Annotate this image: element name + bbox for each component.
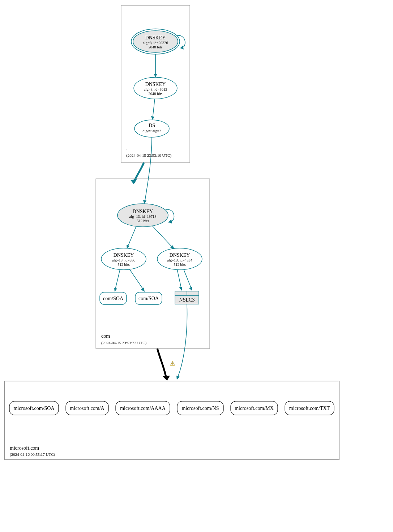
edge-ds-to-com-ksk: [145, 137, 152, 203]
node-root-ksk: DNSKEY alg=8, id=20326 2048 bits: [131, 29, 180, 54]
node-com-ksk-line2: alg=13, id=19718: [129, 215, 157, 219]
node-ms-mx-title: microsoft.com/MX: [235, 406, 274, 411]
node-com-ksk: DNSKEY alg=13, id=19718 512 bits: [118, 204, 168, 227]
zone-microsoft-timestamp: (2024-04-16 00:55:17 UTC): [10, 452, 55, 457]
node-com-ksk-title: DNSKEY: [133, 209, 153, 214]
node-com-soa1-title: com/SOA: [103, 296, 124, 301]
zone-root-timestamp: (2024-04-15 23:53:10 UTC): [126, 153, 172, 158]
edge-root-to-com-zone: [134, 163, 144, 182]
node-root-ksk-title: DNSKEY: [145, 35, 166, 40]
svg-marker-6: [151, 116, 154, 120]
node-root-zsk: DNSKEY alg=8, id=5613 2048 bits: [134, 77, 177, 99]
zone-microsoft-box: [5, 381, 339, 460]
node-com-nsec3-title: NSEC3: [179, 297, 195, 303]
node-ms-mx: microsoft.com/MX: [231, 401, 278, 415]
node-ms-aaaa: microsoft.com/AAAA: [116, 401, 170, 415]
zone-root-label: .: [126, 146, 128, 151]
node-com-zsk2-line2: alg=13, id=4534: [167, 258, 192, 262]
node-ms-a-title: microsoft.com/A: [70, 406, 104, 411]
svg-marker-4: [154, 74, 157, 77]
node-root-zsk-line2: alg=8, id=5613: [144, 87, 167, 91]
node-com-zsk2-line3: 512 bits: [174, 263, 186, 267]
warning-icon: ⚠: [170, 360, 175, 367]
node-com-zsk2-title: DNSKEY: [170, 252, 190, 258]
svg-marker-25: [176, 376, 180, 380]
node-com-nsec3: NSEC3: [175, 291, 199, 304]
node-root-ksk-line3: 2048 bits: [149, 45, 163, 49]
edge-com-zsk1-to-soa1: [115, 269, 120, 290]
svg-marker-7: [131, 179, 138, 185]
node-ms-soa: microsoft.com/SOA: [9, 401, 59, 415]
svg-marker-22: [179, 287, 182, 291]
node-ms-a: microsoft.com/A: [66, 401, 108, 415]
node-com-soa1: com/SOA: [100, 292, 127, 304]
node-root-ds-line2: digest alg=2: [142, 129, 161, 133]
zone-com-label: com: [101, 333, 110, 339]
node-root-ds-title: DS: [149, 123, 155, 128]
edge-com-to-microsoft-zone: [157, 349, 166, 379]
edge-com-zsk1-to-soa2: [129, 269, 144, 290]
node-root-ksk-line2: alg=8, id=20326: [143, 41, 168, 45]
node-root-zsk-line3: 2048 bits: [149, 92, 163, 96]
svg-marker-24: [163, 376, 170, 381]
node-root-ds: DS digest alg=2: [134, 120, 169, 137]
edge-com-zsk2-to-nsec3-b: [184, 269, 192, 289]
node-root-zsk-title: DNSKEY: [145, 82, 166, 87]
edge-root-zsk-to-ds: [153, 99, 155, 119]
svg-marker-10: [168, 220, 172, 224]
node-com-ksk-line3: 512 bits: [137, 219, 149, 223]
edge-com-ksk-to-zsk1: [127, 226, 136, 248]
node-com-zsk2: DNSKEY alg=13, id=4534 512 bits: [157, 248, 202, 270]
svg-marker-18: [141, 287, 145, 292]
node-ms-soa-title: microsoft.com/SOA: [13, 406, 55, 411]
zone-microsoft-label: microsoft.com: [10, 445, 39, 451]
svg-marker-17: [114, 288, 117, 292]
node-com-zsk1-line3: 512 bits: [118, 263, 130, 267]
edge-nsec3-to-microsoft: [177, 304, 187, 379]
node-com-zsk1-line2: alg=13, id=956: [112, 258, 135, 262]
node-com-zsk1-title: DNSKEY: [114, 252, 134, 258]
node-ms-ns-title: microsoft.com/NS: [181, 406, 219, 411]
node-ms-ns: microsoft.com/NS: [177, 401, 223, 415]
node-com-soa2: com/SOA: [135, 292, 162, 304]
dnssec-graph: . (2024-04-15 23:53:10 UTC) DNSKEY alg=8…: [0, 0, 393, 532]
node-com-zsk1: DNSKEY alg=13, id=956 512 bits: [101, 248, 146, 270]
node-ms-txt: microsoft.com/TXT: [285, 401, 334, 415]
edge-com-ksk-to-zsk2: [152, 225, 174, 248]
node-com-soa2-title: com/SOA: [138, 296, 159, 301]
svg-marker-2: [180, 46, 184, 49]
edge-com-zsk2-to-nsec3-a: [177, 269, 181, 289]
node-ms-txt-title: microsoft.com/TXT: [289, 406, 330, 411]
node-ms-aaaa-title: microsoft.com/AAAA: [120, 406, 166, 411]
zone-com-timestamp: (2024-04-15 23:53:22 UTC): [101, 341, 147, 345]
